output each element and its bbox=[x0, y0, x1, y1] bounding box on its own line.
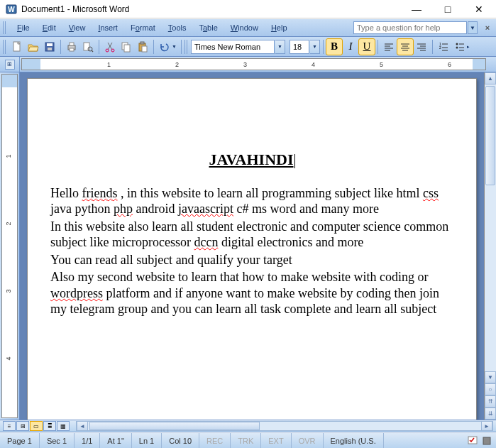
menu-window[interactable]: Window bbox=[225, 21, 264, 34]
horizontal-ruler[interactable]: 1 2 3 4 5 6 bbox=[21, 58, 486, 70]
minimize-button[interactable]: — bbox=[401, 1, 432, 18]
menu-tools[interactable]: Tools bbox=[162, 21, 192, 34]
web-layout-button[interactable]: ⊞ bbox=[16, 421, 29, 431]
help-search-input[interactable] bbox=[353, 21, 467, 34]
scroll-thumb[interactable] bbox=[485, 86, 495, 185]
svg-point-13 bbox=[111, 49, 114, 52]
text-cursor bbox=[294, 154, 295, 168]
toolbar-grip-1[interactable] bbox=[3, 40, 7, 54]
ruler-row: ⊞ 1 2 3 4 5 6 bbox=[0, 57, 496, 72]
h-scroll-thumb[interactable] bbox=[89, 422, 260, 430]
vruler-tick: 2 bbox=[5, 222, 12, 225]
svg-rect-8 bbox=[70, 48, 74, 51]
spellcheck-icon[interactable] bbox=[468, 436, 479, 446]
underline-button[interactable]: U bbox=[359, 39, 375, 55]
doc-paragraph: In this website also learn all student e… bbox=[50, 219, 453, 251]
align-left-button[interactable] bbox=[381, 39, 397, 55]
font-size-combo[interactable]: 18 bbox=[290, 40, 309, 54]
undo-dropdown[interactable]: ▼ bbox=[172, 44, 177, 49]
svg-rect-15 bbox=[124, 45, 130, 52]
menu-table[interactable]: Table bbox=[193, 21, 223, 34]
font-size-dropdown[interactable]: ▼ bbox=[310, 40, 320, 54]
new-doc-button[interactable] bbox=[9, 39, 25, 55]
open-button[interactable] bbox=[26, 39, 41, 55]
font-size-value: 18 bbox=[293, 43, 302, 51]
document-page[interactable]: JAVAHINDI Hello friends , in this websit… bbox=[27, 78, 477, 420]
close-doc-button[interactable]: × bbox=[482, 23, 493, 32]
document-scroll-area[interactable]: JAVAHINDI Hello friends , in this websit… bbox=[20, 72, 484, 420]
toolbar: ▼ Times New Roman ▼ 18 ▼ B I U 12 ▸ bbox=[0, 37, 496, 57]
status-rec[interactable]: REC bbox=[199, 433, 231, 448]
help-search-dropdown[interactable]: ▼ bbox=[468, 21, 478, 34]
prev-page-button[interactable]: ⇈ bbox=[485, 395, 496, 408]
vertical-ruler-panel: 1 2 3 4 bbox=[0, 72, 20, 420]
status-bar: Page 1 Sec 1 1/1 At 1" Ln 1 Col 10 REC T… bbox=[0, 432, 496, 448]
toolbar-overflow[interactable]: ▸ bbox=[467, 44, 470, 50]
svg-text:2: 2 bbox=[439, 45, 441, 50]
undo-button[interactable] bbox=[157, 39, 172, 55]
menu-edit[interactable]: Edit bbox=[37, 21, 62, 34]
font-name-dropdown[interactable]: ▼ bbox=[275, 40, 285, 54]
menu-help[interactable]: Help bbox=[265, 21, 293, 34]
bold-button[interactable]: B bbox=[326, 39, 342, 55]
outline-view-button[interactable]: ≣ bbox=[43, 421, 56, 431]
browse-object-button[interactable]: ○ bbox=[485, 383, 496, 395]
status-pagecount: 1/1 bbox=[75, 433, 100, 448]
svg-rect-18 bbox=[142, 46, 147, 52]
maximize-button[interactable]: □ bbox=[432, 1, 463, 18]
font-name-combo[interactable]: Times New Roman bbox=[191, 40, 275, 54]
status-section: Sec 1 bbox=[40, 433, 75, 448]
horizontal-scrollbar[interactable]: ◄ ► bbox=[76, 421, 493, 431]
print-layout-button[interactable]: ▭ bbox=[30, 421, 43, 431]
italic-button[interactable]: I bbox=[343, 39, 358, 55]
status-page[interactable]: Page 1 bbox=[0, 433, 40, 448]
cut-button[interactable] bbox=[102, 39, 118, 55]
svg-point-37 bbox=[456, 46, 458, 48]
scroll-track[interactable] bbox=[485, 84, 496, 371]
status-language[interactable]: English (U.S. bbox=[324, 433, 384, 448]
ruler-corner[interactable]: ⊞ bbox=[0, 57, 20, 72]
status-trk[interactable]: TRK bbox=[231, 433, 261, 448]
vruler-tick: 3 bbox=[5, 289, 12, 293]
svg-text:W: W bbox=[8, 6, 15, 13]
menu-file[interactable]: File bbox=[11, 21, 35, 34]
close-button[interactable]: ✕ bbox=[463, 1, 495, 18]
ruler-tick: 5 bbox=[380, 61, 383, 68]
save-button[interactable] bbox=[42, 39, 57, 55]
svg-line-11 bbox=[92, 50, 93, 52]
copy-button[interactable] bbox=[119, 39, 134, 55]
vertical-ruler[interactable]: 1 2 3 4 bbox=[1, 74, 18, 418]
bullet-list-button[interactable] bbox=[452, 39, 468, 55]
doc-heading: JAVAHINDI bbox=[50, 150, 453, 170]
status-line: Ln 1 bbox=[132, 433, 162, 448]
menu-format[interactable]: Format bbox=[125, 21, 161, 34]
align-right-button[interactable] bbox=[414, 39, 429, 55]
menu-view[interactable]: View bbox=[63, 21, 92, 34]
svg-rect-7 bbox=[70, 43, 74, 45]
save-status-icon bbox=[482, 436, 492, 446]
vertical-scrollbar[interactable]: ▲ ▼ ○ ⇈ ⇊ bbox=[484, 72, 496, 420]
scroll-down-button[interactable]: ▼ bbox=[485, 371, 496, 383]
status-ovr[interactable]: OVR bbox=[292, 433, 324, 448]
print-button[interactable] bbox=[64, 39, 79, 55]
scroll-up-button[interactable]: ▲ bbox=[485, 72, 496, 84]
normal-view-button[interactable]: ≡ bbox=[3, 421, 16, 431]
ruler-tick: 6 bbox=[448, 61, 451, 68]
menu-insert[interactable]: Insert bbox=[92, 21, 123, 34]
status-at: At 1" bbox=[100, 433, 131, 448]
numbered-list-button[interactable]: 12 bbox=[436, 39, 451, 55]
menubar-grip[interactable] bbox=[3, 21, 7, 34]
align-center-button[interactable] bbox=[397, 39, 413, 55]
status-column: Col 10 bbox=[162, 433, 199, 448]
print-preview-button[interactable] bbox=[80, 39, 96, 55]
scroll-left-button[interactable]: ◄ bbox=[77, 421, 88, 431]
paste-button[interactable] bbox=[135, 39, 150, 55]
doc-paragraph: Hello friends , in this website to learn… bbox=[50, 185, 453, 217]
view-bar: ≡ ⊞ ▭ ≣ ▦ ◄ ► bbox=[0, 420, 496, 432]
toolbar-grip-2[interactable] bbox=[184, 40, 189, 54]
reading-layout-button[interactable]: ▦ bbox=[57, 421, 70, 431]
status-ext[interactable]: EXT bbox=[261, 433, 291, 448]
word-app-icon: W bbox=[6, 4, 17, 15]
next-page-button[interactable]: ⇊ bbox=[485, 408, 496, 420]
scroll-right-button[interactable]: ► bbox=[481, 421, 492, 431]
